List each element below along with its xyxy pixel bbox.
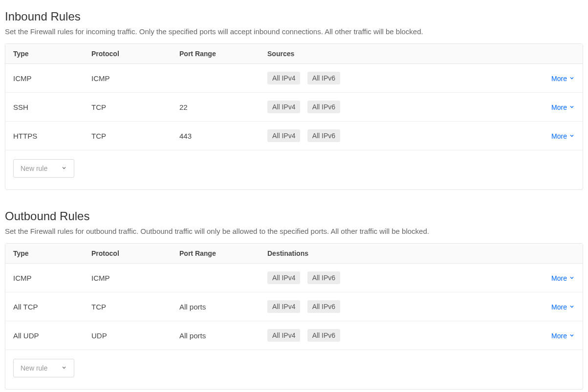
table-row: SSH TCP 22 All IPv4 All IPv6 More (5, 93, 583, 122)
dest-tag-ipv6[interactable]: All IPv6 (307, 329, 340, 342)
rule-destinations: All IPv4 All IPv6 (267, 271, 536, 284)
more-button[interactable]: More (551, 75, 575, 83)
inbound-rules-header: Type Protocol Port Range Sources (5, 44, 583, 64)
more-label: More (551, 274, 567, 282)
col-header-type: Type (13, 249, 91, 257)
more-label: More (551, 303, 567, 311)
inbound-rules-title: Inbound Rules (5, 10, 583, 23)
table-row: ICMP ICMP All IPv4 All IPv6 More (5, 64, 583, 93)
rule-protocol: ICMP (91, 74, 179, 83)
new-rule-label: New rule (21, 165, 47, 172)
rule-protocol: TCP (91, 103, 179, 111)
table-row: All TCP TCP All ports All IPv4 All IPv6 … (5, 292, 583, 321)
more-label: More (551, 75, 567, 83)
outbound-rules-panel: Type Protocol Port Range Destinations IC… (5, 243, 583, 390)
source-tag-ipv6[interactable]: All IPv6 (307, 72, 340, 84)
rule-type: ICMP (13, 274, 91, 282)
chevron-down-icon (569, 75, 575, 83)
rule-type: ICMP (13, 74, 91, 83)
rule-sources: All IPv4 All IPv6 (267, 101, 536, 113)
table-row: ICMP ICMP All IPv4 All IPv6 More (5, 264, 583, 292)
rule-type: HTTPS (13, 132, 91, 140)
rule-port: All ports (179, 331, 267, 340)
more-button[interactable]: More (551, 274, 575, 282)
rule-type: SSH (13, 103, 91, 111)
chevron-down-icon (61, 364, 67, 372)
rule-type: All TCP (13, 303, 91, 311)
inbound-rules-desc: Set the Firewall rules for incoming traf… (5, 27, 583, 36)
dest-tag-ipv6[interactable]: All IPv6 (307, 271, 340, 284)
more-label: More (551, 332, 567, 340)
source-tag-ipv4[interactable]: All IPv4 (267, 129, 300, 142)
rule-protocol: TCP (91, 132, 179, 140)
rule-type: All UDP (13, 331, 91, 340)
rule-port: 443 (179, 132, 267, 140)
chevron-down-icon (569, 303, 575, 311)
more-button[interactable]: More (551, 332, 575, 340)
new-rule-row: New rule (5, 350, 583, 389)
source-tag-ipv6[interactable]: All IPv6 (307, 129, 340, 142)
rule-port: All ports (179, 303, 267, 311)
more-label: More (551, 103, 567, 111)
rule-protocol: UDP (91, 331, 179, 340)
outbound-rules-desc: Set the Firewall rules for outbound traf… (5, 227, 583, 235)
chevron-down-icon (569, 332, 575, 340)
dest-tag-ipv4[interactable]: All IPv4 (267, 300, 300, 313)
chevron-down-icon (61, 165, 67, 172)
new-rule-button[interactable]: New rule (13, 359, 74, 377)
rule-port: 22 (179, 103, 267, 111)
more-button[interactable]: More (551, 132, 575, 140)
source-tag-ipv4[interactable]: All IPv4 (267, 101, 300, 113)
dest-tag-ipv6[interactable]: All IPv6 (307, 300, 340, 313)
chevron-down-icon (569, 103, 575, 111)
more-button[interactable]: More (551, 303, 575, 311)
col-header-protocol: Protocol (91, 249, 179, 257)
chevron-down-icon (569, 274, 575, 282)
outbound-rules-title: Outbound Rules (5, 209, 583, 223)
more-label: More (551, 132, 567, 140)
source-tag-ipv4[interactable]: All IPv4 (267, 72, 300, 84)
col-header-port: Port Range (179, 249, 267, 257)
rule-protocol: ICMP (91, 274, 179, 282)
outbound-rules-header: Type Protocol Port Range Destinations (5, 244, 583, 264)
rule-protocol: TCP (91, 303, 179, 311)
rule-destinations: All IPv4 All IPv6 (267, 300, 536, 313)
col-header-port: Port Range (179, 50, 267, 58)
chevron-down-icon (569, 132, 575, 140)
rule-sources: All IPv4 All IPv6 (267, 72, 536, 84)
new-rule-button[interactable]: New rule (13, 159, 74, 178)
col-header-destinations: Destinations (267, 249, 536, 257)
col-header-sources: Sources (267, 50, 536, 58)
col-header-type: Type (13, 50, 91, 58)
new-rule-label: New rule (21, 364, 47, 372)
table-row: All UDP UDP All ports All IPv4 All IPv6 … (5, 321, 583, 350)
rule-sources: All IPv4 All IPv6 (267, 129, 536, 142)
dest-tag-ipv4[interactable]: All IPv4 (267, 271, 300, 284)
rule-destinations: All IPv4 All IPv6 (267, 329, 536, 342)
new-rule-row: New rule (5, 150, 583, 189)
col-header-protocol: Protocol (91, 50, 179, 58)
source-tag-ipv6[interactable]: All IPv6 (307, 101, 340, 113)
inbound-rules-panel: Type Protocol Port Range Sources ICMP IC… (5, 43, 583, 190)
table-row: HTTPS TCP 443 All IPv4 All IPv6 More (5, 122, 583, 150)
dest-tag-ipv4[interactable]: All IPv4 (267, 329, 300, 342)
more-button[interactable]: More (551, 103, 575, 111)
